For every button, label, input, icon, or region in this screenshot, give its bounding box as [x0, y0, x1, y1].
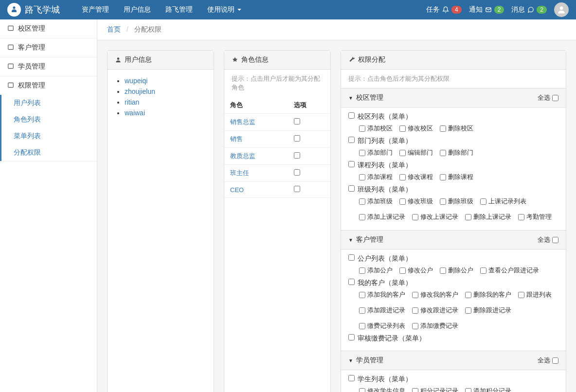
perm-child-checkbox[interactable]	[359, 198, 365, 205]
sidebar-group-1[interactable]: 客户管理	[0, 38, 97, 57]
perm-checkbox[interactable]	[348, 161, 355, 167]
nav-asset[interactable]: 资产管理	[74, 0, 116, 19]
perm-section-head[interactable]: ▼学员管理全选	[341, 351, 566, 370]
perm-checkbox[interactable]	[348, 185, 355, 192]
perm-child-label: 删除校区	[448, 124, 473, 133]
perm-child-checkbox[interactable]	[465, 214, 471, 220]
perm-child-checkbox[interactable]	[399, 150, 406, 156]
perm-child-checkbox[interactable]	[399, 174, 406, 180]
perm-checkbox[interactable]	[348, 334, 355, 340]
role-link[interactable]: 销售	[230, 135, 243, 143]
brand-logo-icon	[7, 3, 21, 17]
nav-msg[interactable]: 消息 2	[511, 5, 547, 14]
sidebar-item[interactable]: 菜单列表	[1, 128, 97, 144]
sidebar-group-icon	[7, 82, 14, 90]
perm-child-checkbox[interactable]	[359, 150, 365, 156]
role-row: CEO	[224, 182, 330, 198]
perm-child-checkbox[interactable]	[480, 198, 486, 205]
perm-child-label: 添加积分记录	[473, 387, 511, 392]
perm-child-checkbox[interactable]	[412, 214, 418, 220]
select-all[interactable]: 全选	[538, 235, 558, 244]
role-checkbox[interactable]	[294, 118, 300, 125]
sidebar: 校区管理客户管理学员管理权限管理用户列表角色列表菜单列表分配权限	[0, 19, 97, 392]
role-link[interactable]: 教质总监	[230, 152, 255, 160]
perm-child-checkbox[interactable]	[412, 388, 418, 392]
role-checkbox[interactable]	[294, 186, 300, 192]
sidebar-group-3[interactable]: 权限管理	[0, 76, 97, 95]
user-item[interactable]: waiwai	[125, 109, 206, 117]
perm-section-head[interactable]: ▼校区管理全选	[341, 88, 566, 107]
nav-right: 任务 4 通知 2 消息 2	[426, 2, 569, 17]
role-link[interactable]: CEO	[230, 186, 244, 194]
perm-child: 积分记录记录	[412, 387, 458, 392]
perm-child: 添加上课记录	[359, 213, 405, 221]
user-avatar[interactable]	[554, 2, 569, 17]
perm-child-checkbox[interactable]	[440, 198, 446, 205]
perm-child-checkbox[interactable]	[440, 125, 446, 132]
user-item[interactable]: zhoujielun	[125, 88, 206, 95]
select-all[interactable]: 全选	[538, 93, 558, 102]
perm-child-checkbox[interactable]	[359, 307, 365, 314]
perm-child-checkbox[interactable]	[359, 125, 365, 132]
perm-child-label: 删除跟进记录	[473, 306, 511, 315]
breadcrumb-home[interactable]: 首页	[107, 25, 121, 33]
perm-child-checkbox[interactable]	[412, 323, 418, 329]
perm-child-checkbox[interactable]	[518, 292, 524, 298]
perm-child-checkbox[interactable]	[412, 307, 418, 314]
perm-child-checkbox[interactable]	[440, 150, 446, 156]
sidebar-item[interactable]: 用户列表	[1, 95, 97, 111]
chat-icon	[527, 6, 534, 13]
perm-child-checkbox[interactable]	[518, 214, 524, 220]
sidebar-group-2[interactable]: 学员管理	[0, 57, 97, 76]
user-panel: 用户信息 wupeiqizhoujielunritianwaiwai	[107, 50, 214, 392]
perm-child-checkbox[interactable]	[399, 198, 406, 205]
select-all[interactable]: 全选	[538, 356, 558, 365]
perm-child-checkbox[interactable]	[465, 292, 471, 298]
role-link[interactable]: 班主任	[230, 169, 249, 177]
perm-checkbox[interactable]	[348, 375, 355, 381]
sidebar-item[interactable]: 分配权限	[1, 144, 97, 161]
sidebar-group-label: 客户管理	[18, 43, 45, 52]
perm-section-head[interactable]: ▼客户管理全选	[341, 230, 566, 249]
perm-child-checkbox[interactable]	[359, 292, 365, 298]
perm-child-checkbox[interactable]	[440, 174, 446, 180]
perm-child-label: 缴费记录列表	[367, 321, 405, 330]
nav-help[interactable]: 使用说明	[200, 0, 249, 19]
perm-child-checkbox[interactable]	[465, 307, 471, 314]
nav-luffy[interactable]: 路飞管理	[158, 0, 200, 19]
perm-child-checkbox[interactable]	[412, 292, 418, 298]
select-all-checkbox[interactable]	[552, 95, 558, 101]
perm-child-checkbox[interactable]	[359, 174, 365, 180]
perm-child-checkbox[interactable]	[359, 214, 365, 220]
role-link[interactable]: 销售总监	[230, 118, 255, 125]
perm-child-checkbox[interactable]	[359, 388, 365, 392]
sidebar-group-0[interactable]: 校区管理	[0, 19, 97, 38]
perm-child-checkbox[interactable]	[465, 388, 471, 392]
perm-child-checkbox[interactable]	[399, 267, 406, 274]
sidebar-item[interactable]: 角色列表	[1, 111, 97, 128]
role-checkbox[interactable]	[294, 135, 300, 142]
perm-section-title: 客户管理	[356, 235, 383, 244]
role-panel: 角色信息 提示：点击用户后才能为其分配角色 角色选项 销售总监销售教质总监班主任…	[224, 50, 331, 392]
nav-user[interactable]: 用户信息	[116, 0, 158, 19]
perm-child-checkbox[interactable]	[440, 267, 446, 274]
select-all-checkbox[interactable]	[552, 237, 558, 243]
user-item[interactable]: wupeiqi	[125, 77, 206, 85]
perm-child-label: 删除我的客户	[473, 290, 511, 299]
perm-child-checkbox[interactable]	[359, 267, 365, 274]
perm-checkbox[interactable]	[348, 254, 355, 261]
role-checkbox[interactable]	[294, 169, 300, 176]
select-all-checkbox[interactable]	[552, 357, 558, 364]
user-item[interactable]: ritian	[125, 98, 206, 106]
perm-child-checkbox[interactable]	[359, 323, 365, 329]
nav-tasks[interactable]: 任务 4	[426, 5, 462, 14]
perm-checkbox[interactable]	[348, 112, 355, 119]
perm-checkbox[interactable]	[348, 279, 355, 285]
brand[interactable]: 路飞学城	[7, 3, 60, 17]
nav-notify[interactable]: 通知 2	[469, 5, 504, 14]
perm-child-checkbox[interactable]	[399, 125, 406, 132]
role-checkbox[interactable]	[294, 152, 300, 159]
svg-rect-4	[8, 45, 14, 49]
perm-checkbox[interactable]	[348, 137, 355, 143]
perm-child-checkbox[interactable]	[480, 267, 486, 274]
